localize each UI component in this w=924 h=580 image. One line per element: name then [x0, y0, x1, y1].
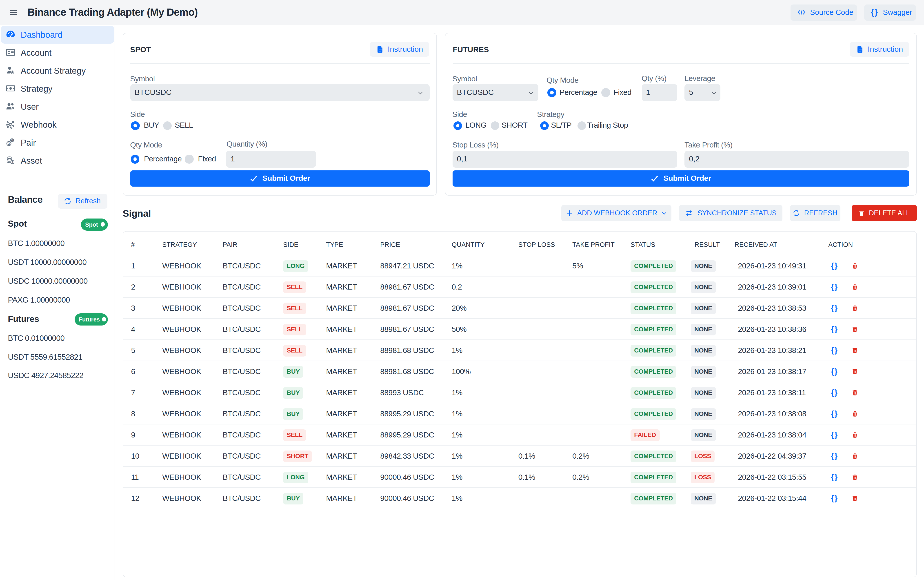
svg-text:1: 1 [12, 160, 13, 164]
svg-text:1: 1 [11, 138, 13, 142]
svg-text:2: 2 [8, 142, 10, 145]
